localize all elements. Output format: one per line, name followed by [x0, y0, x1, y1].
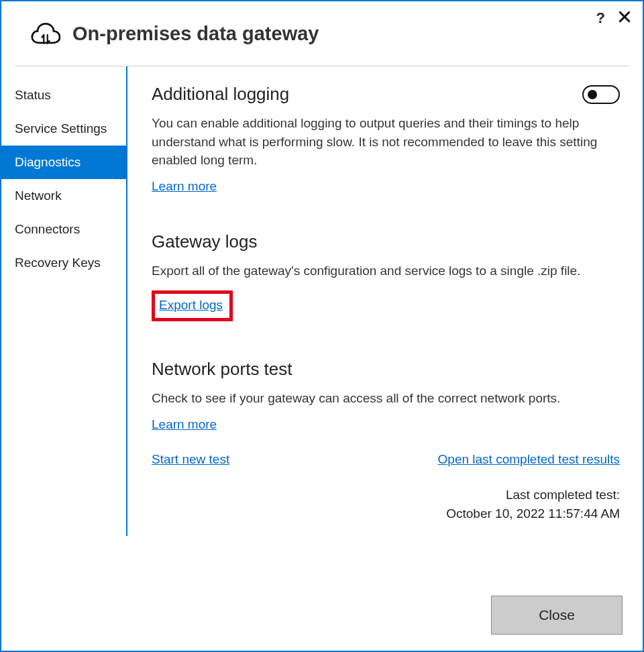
additional-logging-title: Additional logging: [152, 84, 289, 105]
network-ports-learn-more-link[interactable]: Learn more: [152, 417, 217, 431]
sidebar-item-diagnostics[interactable]: Diagnostics: [1, 146, 126, 179]
section-additional-logging: Additional logging You can enable additi…: [152, 84, 620, 194]
main-content: Additional logging You can enable additi…: [127, 66, 643, 536]
title-controls: ?: [596, 9, 631, 27]
last-test-label: Last completed test:: [152, 486, 620, 505]
open-last-results-link[interactable]: Open last completed test results: [438, 452, 620, 467]
sidebar-item-recovery-keys[interactable]: Recovery Keys: [1, 246, 126, 280]
sidebar-item-status[interactable]: Status: [1, 78, 126, 112]
additional-logging-learn-more-link[interactable]: Learn more: [152, 179, 217, 193]
section-network-ports-test: Network ports test Check to see if your …: [152, 359, 620, 524]
close-icon[interactable]: [619, 9, 631, 27]
footer: Close: [491, 596, 623, 635]
section-gateway-logs: Gateway logs Export all of the gateway's…: [152, 231, 620, 322]
sidebar: Status Service Settings Diagnostics Netw…: [1, 66, 126, 536]
start-new-test-link[interactable]: Start new test: [152, 452, 229, 467]
gateway-logs-description: Export all of the gateway's configuratio…: [152, 262, 620, 280]
help-icon[interactable]: ?: [596, 9, 605, 27]
toggle-knob: [588, 90, 597, 99]
app-title: On-premises data gateway: [72, 23, 319, 45]
network-ports-test-description: Check to see if your gateway can access …: [152, 389, 620, 408]
sidebar-item-connectors[interactable]: Connectors: [1, 213, 126, 246]
additional-logging-description: You can enable additional logging to out…: [152, 114, 620, 170]
sidebar-item-network[interactable]: Network: [1, 179, 126, 213]
last-test-info: Last completed test: October 10, 2022 11…: [152, 486, 620, 524]
sidebar-item-service-settings[interactable]: Service Settings: [1, 112, 126, 146]
last-test-time: October 10, 2022 11:57:44 AM: [152, 504, 620, 524]
gateway-logs-title: Gateway logs: [152, 231, 620, 252]
export-logs-highlight: Export logs: [152, 290, 233, 321]
network-ports-test-title: Network ports test: [152, 359, 620, 380]
export-logs-link[interactable]: Export logs: [159, 298, 223, 312]
cloud-icon: [31, 20, 60, 47]
close-button[interactable]: Close: [491, 596, 623, 635]
additional-logging-toggle[interactable]: [582, 85, 620, 104]
titlebar: On-premises data gateway: [1, 1, 643, 66]
